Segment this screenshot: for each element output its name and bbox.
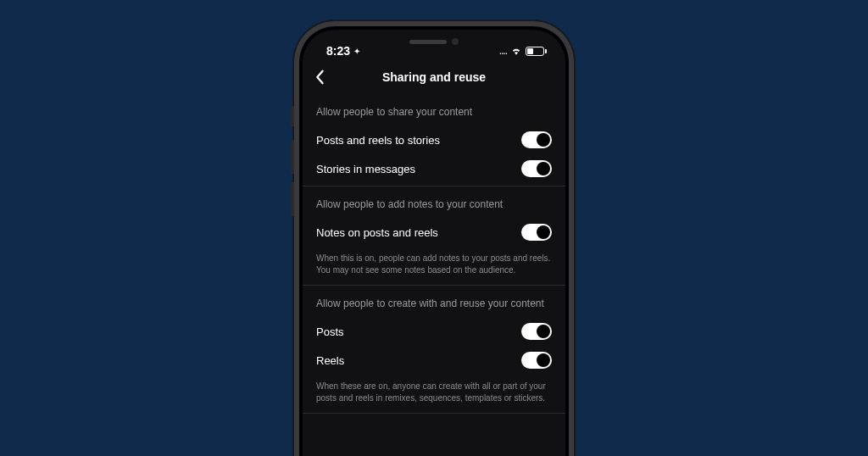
toggle-knob — [537, 353, 550, 367]
toggle-knob — [537, 133, 550, 147]
volume-up-button — [291, 140, 294, 174]
toggle-knob — [537, 325, 550, 338]
page-title: Sharing and reuse — [314, 70, 554, 84]
section-reuse: Allow people to create with and reuse yo… — [303, 286, 565, 414]
setting-label: Notes on posts and reels — [316, 226, 438, 239]
phone-notch — [409, 38, 459, 45]
side-button — [291, 106, 294, 126]
setting-label: Posts — [316, 325, 344, 338]
phone-frame: 8:23 ✦ .... 33 — [294, 21, 574, 456]
battery-icon: 33 — [526, 47, 547, 56]
back-button[interactable] — [314, 70, 325, 85]
section-share: Allow people to share your content Posts… — [303, 94, 565, 186]
setting-label: Posts and reels to stories — [316, 134, 440, 147]
toggle-notes-posts-reels[interactable] — [521, 224, 552, 241]
toggle-reels[interactable] — [521, 352, 552, 369]
battery-level: 33 — [531, 48, 538, 54]
toggle-knob — [537, 225, 550, 239]
location-icon: ✦ — [353, 47, 360, 56]
setting-reels: Reels — [316, 352, 552, 369]
section-description: When this is on, people can add notes to… — [316, 253, 552, 276]
status-bar: 8:23 ✦ .... 33 — [303, 30, 565, 64]
chevron-left-icon — [314, 70, 325, 85]
setting-label: Stories in messages — [316, 163, 415, 175]
settings-content[interactable]: Allow people to share your content Posts… — [303, 94, 565, 456]
setting-posts: Posts — [316, 323, 552, 340]
toggle-posts-reels-stories[interactable] — [521, 131, 552, 148]
section-header: Allow people to create with and reuse yo… — [316, 298, 552, 309]
signal-icon: .... — [499, 45, 507, 57]
phone-inner: 8:23 ✦ .... 33 — [299, 26, 569, 456]
toggle-knob — [537, 162, 550, 175]
setting-stories-messages: Stories in messages — [316, 160, 552, 177]
section-header: Allow people to add notes to your conten… — [316, 198, 552, 210]
status-time: 8:23 — [326, 44, 350, 58]
camera-icon — [452, 38, 459, 45]
section-header: Allow people to share your content — [316, 106, 552, 118]
toggle-stories-messages[interactable] — [521, 160, 552, 177]
status-left: 8:23 ✦ — [326, 44, 360, 58]
section-description: When these are on, anyone can create wit… — [316, 381, 552, 404]
status-right: .... 33 — [499, 45, 547, 57]
speaker — [409, 40, 447, 44]
wifi-icon — [510, 45, 522, 57]
section-notes: Allow people to add notes to your conten… — [303, 186, 565, 286]
setting-label: Reels — [316, 354, 344, 367]
setting-posts-reels-stories: Posts and reels to stories — [316, 131, 552, 148]
setting-notes-posts-reels: Notes on posts and reels — [316, 224, 552, 241]
header-bar: Sharing and reuse — [303, 64, 565, 94]
phone-screen: 8:23 ✦ .... 33 — [303, 30, 565, 456]
toggle-posts[interactable] — [521, 323, 552, 340]
volume-down-button — [291, 182, 294, 216]
